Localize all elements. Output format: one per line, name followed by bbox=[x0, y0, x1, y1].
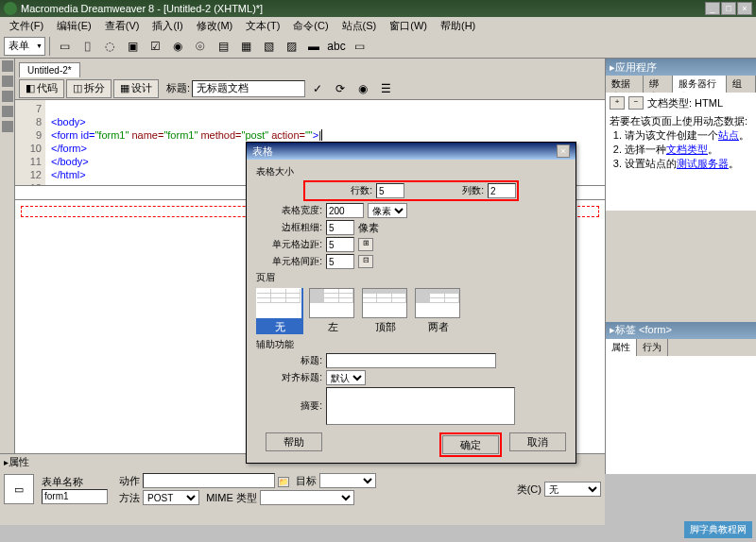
doctype-link[interactable]: 文档类型 bbox=[666, 144, 708, 155]
app-logo-icon bbox=[4, 2, 17, 15]
close-button[interactable]: × bbox=[737, 2, 752, 15]
file-icon[interactable]: ▨ bbox=[281, 36, 301, 57]
image-icon[interactable]: ▧ bbox=[258, 36, 279, 57]
mime-select[interactable] bbox=[260, 490, 354, 505]
panel-tag-header[interactable]: ▸ 标签 <form> bbox=[606, 322, 756, 339]
border-label: 边框粗细: bbox=[256, 221, 322, 234]
align-select[interactable]: 默认 bbox=[326, 370, 366, 385]
tab-server-behaviors[interactable]: 服务器行为 bbox=[673, 76, 728, 93]
button-icon[interactable]: ▬ bbox=[303, 36, 324, 57]
app-title: Macromedia Dreamweaver 8 - [Untitled-2 (… bbox=[21, 3, 263, 14]
tool-icon[interactable] bbox=[2, 76, 13, 87]
rows-label: 行数: bbox=[306, 184, 372, 197]
watermark: 脚字典教程网 bbox=[684, 521, 752, 538]
left-toolbar bbox=[0, 59, 15, 474]
panel-app-header[interactable]: ▸ 应用程序 bbox=[606, 59, 756, 76]
width-input[interactable] bbox=[326, 203, 364, 218]
line-numbers: 78910111213 bbox=[15, 100, 45, 185]
radio-icon[interactable]: ◉ bbox=[167, 36, 188, 57]
maximize-button[interactable]: □ bbox=[721, 2, 736, 15]
tool-icon[interactable]: ⟳ bbox=[330, 78, 351, 99]
jump-icon[interactable]: ▦ bbox=[235, 36, 256, 57]
doc-title-input[interactable] bbox=[192, 80, 305, 97]
highlight-ok: 确定 bbox=[439, 432, 502, 457]
fieldset-icon[interactable]: ▭ bbox=[349, 36, 369, 57]
header-top-option[interactable]: 顶部 bbox=[362, 288, 409, 334]
tool-icon[interactable] bbox=[2, 91, 13, 102]
summary-textarea[interactable] bbox=[326, 387, 515, 425]
menu-window[interactable]: 窗口(W) bbox=[384, 18, 433, 34]
tab-bindings[interactable]: 绑定 bbox=[644, 76, 673, 93]
rows-input[interactable] bbox=[376, 183, 404, 198]
textfield-icon[interactable]: ⌷ bbox=[77, 36, 97, 57]
caption-input[interactable] bbox=[326, 353, 496, 368]
tool-icon[interactable] bbox=[2, 106, 13, 117]
header-none-option[interactable]: 无 bbox=[256, 288, 303, 334]
cellpad-label: 单元格边距: bbox=[256, 238, 322, 251]
list-icon[interactable]: ▤ bbox=[213, 36, 233, 57]
cellspace-label: 单元格间距: bbox=[256, 255, 322, 268]
form-name-input[interactable] bbox=[42, 489, 108, 504]
class-select[interactable]: 无 bbox=[544, 482, 601, 497]
tool-icon[interactable]: ✓ bbox=[307, 78, 328, 99]
menu-view[interactable]: 查看(V) bbox=[99, 18, 146, 34]
category-dropdown[interactable]: 表单 bbox=[4, 37, 45, 56]
menu-help[interactable]: 帮助(H) bbox=[435, 18, 481, 34]
tab-behaviors[interactable]: 行为 bbox=[637, 339, 668, 356]
ok-button[interactable]: 确定 bbox=[442, 435, 499, 454]
radiogroup-icon[interactable]: ⦾ bbox=[190, 36, 211, 57]
cellspace-input[interactable] bbox=[326, 254, 354, 269]
plus-icon[interactable]: + bbox=[610, 96, 625, 110]
hidden-icon[interactable]: ◌ bbox=[99, 36, 120, 57]
cancel-button[interactable]: 取消 bbox=[509, 432, 566, 451]
section-size: 表格大小 bbox=[256, 165, 566, 178]
view-code-button[interactable]: ◧代码 bbox=[19, 79, 64, 98]
menu-modify[interactable]: 修改(M) bbox=[191, 18, 239, 34]
tab-attributes[interactable]: 属性 bbox=[606, 339, 637, 356]
props-title[interactable]: 属性 bbox=[9, 455, 29, 469]
form-icon[interactable]: ▭ bbox=[54, 36, 75, 57]
target-select[interactable] bbox=[319, 473, 376, 488]
tab-database[interactable]: 数据库 bbox=[606, 76, 644, 93]
action-input[interactable] bbox=[143, 473, 275, 488]
header-left-option[interactable]: 左 bbox=[309, 288, 356, 334]
titlebar: Macromedia Dreamweaver 8 - [Untitled-2 (… bbox=[0, 0, 756, 17]
method-label: 方法 bbox=[119, 492, 140, 503]
width-unit-select[interactable]: 像素 bbox=[368, 203, 407, 218]
menu-edit[interactable]: 编辑(E) bbox=[51, 18, 97, 34]
label-icon[interactable]: abc bbox=[326, 36, 347, 57]
border-input[interactable] bbox=[326, 220, 354, 235]
checkbox-icon[interactable]: ☑ bbox=[145, 36, 165, 57]
view-split-button[interactable]: ◫拆分 bbox=[66, 79, 112, 98]
right-panels: ▸ 应用程序 数据库 绑定 服务器行为 组件 + − 文档类型: HTML 若要… bbox=[605, 59, 756, 474]
highlight-rows-cols: 行数: 列数: bbox=[303, 180, 519, 201]
tool-icon[interactable]: ◉ bbox=[352, 78, 373, 99]
header-both-option[interactable]: 两者 bbox=[415, 288, 462, 334]
class-label: 类(C) bbox=[517, 483, 541, 495]
dialog-titlebar[interactable]: 表格 × bbox=[247, 143, 576, 160]
doc-tab[interactable]: Untitled-2* bbox=[19, 62, 80, 77]
summary-label: 摘要: bbox=[256, 399, 322, 413]
cellpad-icon: ⊞ bbox=[358, 238, 373, 251]
cellpad-input[interactable] bbox=[326, 237, 354, 252]
tool-icon[interactable]: ☰ bbox=[375, 78, 396, 99]
minimize-button[interactable]: _ bbox=[705, 2, 720, 15]
cols-input[interactable] bbox=[488, 183, 516, 198]
menu-commands[interactable]: 命令(C) bbox=[287, 18, 334, 34]
minus-icon[interactable]: − bbox=[628, 96, 644, 110]
textarea-icon[interactable]: ▣ bbox=[122, 36, 143, 57]
tool-icon[interactable] bbox=[2, 121, 13, 132]
help-button[interactable]: 帮助 bbox=[266, 432, 322, 451]
menu-text[interactable]: 文本(T) bbox=[240, 18, 285, 34]
menu-file[interactable]: 文件(F) bbox=[4, 18, 49, 34]
tool-icon[interactable] bbox=[2, 60, 13, 72]
view-design-button[interactable]: ▦设计 bbox=[113, 79, 159, 98]
tab-components[interactable]: 组件 bbox=[727, 76, 756, 93]
folder-icon[interactable]: 📁 bbox=[278, 477, 289, 487]
method-select[interactable]: POST bbox=[143, 490, 199, 505]
menu-site[interactable]: 站点(S) bbox=[336, 18, 383, 34]
testserver-link[interactable]: 测试服务器 bbox=[677, 158, 729, 169]
site-link[interactable]: 站点 bbox=[718, 129, 739, 141]
dialog-close-button[interactable]: × bbox=[557, 144, 570, 158]
menu-insert[interactable]: 插入(I) bbox=[146, 18, 188, 34]
